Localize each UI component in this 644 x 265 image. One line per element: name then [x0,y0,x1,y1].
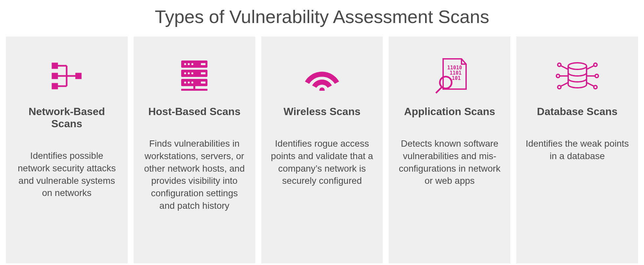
card-title: Host-Based Scans [148,106,241,118]
card-title: Wireless Scans [284,106,361,118]
svg-rect-12 [193,86,195,89]
svg-line-37 [587,65,594,69]
network-icon [49,50,85,102]
application-icon: 11010 1101 101 [430,50,469,102]
card-desc: Identifies possible network security att… [15,150,118,199]
svg-line-35 [560,83,568,86]
svg-rect-24 [201,82,205,84]
card-application: 11010 1101 101 Application Scans Detects… [389,36,510,263]
svg-rect-3 [75,73,81,79]
svg-point-16 [184,72,186,74]
svg-text:101: 101 [452,75,461,81]
cards-row: Network-Based Scans Identifies possible … [0,36,644,263]
card-title: Network-Based Scans [15,106,118,130]
svg-point-18 [191,72,193,74]
svg-point-14 [188,63,190,65]
svg-point-19 [184,82,186,84]
wireless-icon [302,50,342,102]
card-title: Database Scans [537,106,617,118]
card-host: Host-Based Scans Finds vulnerabilities i… [134,36,255,263]
svg-point-15 [191,63,193,65]
svg-line-41 [587,83,594,86]
card-desc: Detects known software vulnerabilities a… [398,137,501,187]
card-title: Application Scans [404,106,495,118]
card-wireless: Wireless Scans Identifies rogue access p… [261,36,383,263]
svg-point-20 [188,82,190,84]
svg-point-36 [558,85,561,89]
svg-point-32 [558,63,561,66]
card-desc: Identifies the weak points in a database [526,137,629,162]
svg-point-40 [595,74,598,78]
card-desc: Finds vulnerabilities in workstations, s… [143,137,246,212]
svg-point-21 [191,82,193,84]
svg-rect-23 [201,72,205,74]
svg-point-34 [556,74,560,78]
svg-rect-0 [52,63,58,69]
svg-point-38 [594,63,597,66]
svg-rect-1 [52,73,58,79]
svg-point-30 [568,63,587,69]
svg-point-42 [594,85,597,89]
database-icon [554,50,600,102]
card-database: Database Scans Identifies the weak point… [516,36,638,263]
svg-point-13 [184,63,186,65]
svg-point-17 [188,72,190,74]
page-title: Types of Vulnerability Assessment Scans [0,0,644,36]
svg-rect-22 [201,63,205,65]
svg-line-31 [560,65,568,69]
svg-line-29 [436,87,442,93]
card-network: Network-Based Scans Identifies possible … [6,36,128,263]
svg-rect-2 [52,83,58,89]
host-icon [176,50,212,102]
svg-point-28 [440,77,452,88]
card-desc: Identifies rogue access points and valid… [270,137,374,187]
